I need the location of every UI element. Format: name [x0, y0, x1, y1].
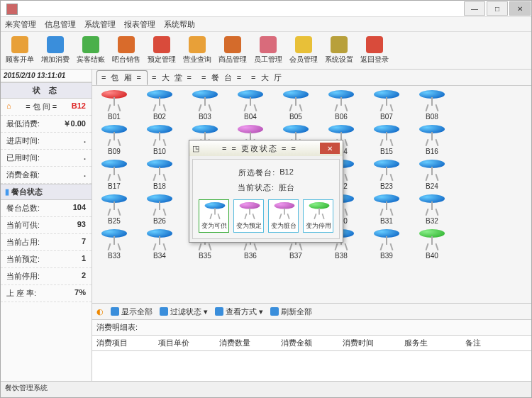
toolbar-button[interactable]: 增加消费 — [40, 36, 70, 65]
table-cell[interactable]: B06 — [325, 90, 358, 121]
tab[interactable]: = 大 堂 = — [148, 71, 197, 84]
stat-row: 当前预定:1 — [1, 251, 92, 268]
toolbar-label: 员工管理 — [254, 55, 282, 65]
minimize-button[interactable]: — — [464, 1, 485, 16]
timestamp: 2015/2/10 13:11:01 — [1, 70, 92, 82]
table-label: B39 — [380, 252, 393, 260]
grid-toolbar-button[interactable]: 刷新全部 — [270, 306, 312, 317]
statusbar: 餐饮管理系统 — [1, 381, 531, 397]
menubar: 来宾管理信息管理系统管理报表管理系统帮助 — [1, 17, 531, 32]
button-icon — [160, 307, 168, 316]
table-label: B06 — [335, 113, 348, 121]
toolbar-label: 营业查询 — [183, 55, 211, 65]
grid-toolbar-button[interactable]: 查看方式 ▾ — [215, 306, 263, 317]
table-cell[interactable]: B34 — [143, 229, 176, 260]
table-cell[interactable]: B39 — [370, 229, 403, 260]
table-cell[interactable]: B40 — [416, 229, 448, 260]
menu-item[interactable]: 系统帮助 — [164, 19, 195, 30]
table-cell[interactable]: B25 — [98, 194, 131, 225]
toolbar-button[interactable]: 会员管理 — [289, 36, 318, 65]
dialog-action-button[interactable]: 变为可供 — [199, 199, 229, 233]
dialog-titlebar[interactable]: ◳ = = 更改状态 = = ✕ — [189, 140, 343, 156]
column-header[interactable]: 消费金额 — [281, 338, 343, 348]
table-label: B32 — [426, 217, 438, 225]
maximize-button[interactable]: □ — [487, 1, 508, 16]
close-button[interactable]: ✕ — [509, 1, 531, 16]
table-cell[interactable]: B04 — [234, 90, 267, 121]
tab[interactable]: = 大 厅 — [247, 71, 287, 84]
toolbar-button[interactable]: 员工管理 — [253, 36, 283, 65]
toolbar-label: 会员管理 — [289, 55, 318, 65]
toolbar-icon — [331, 36, 348, 53]
toolbar-label: 商品管理 — [218, 55, 247, 65]
column-header[interactable]: 消费数量 — [219, 338, 281, 348]
table-cell[interactable]: B26 — [143, 194, 176, 225]
table-cell[interactable]: B33 — [98, 229, 131, 260]
change-status-dialog: ◳ = = 更改状态 = = ✕ 所选餐台:B12当前状态:脏台 变为可供变为预… — [189, 140, 343, 243]
toolbar-button[interactable]: 宾客结账 — [76, 36, 106, 65]
table-cell[interactable]: B05 — [279, 90, 312, 121]
grid-toolbar-button[interactable]: 显示全部 — [111, 306, 153, 317]
stool-icon — [274, 202, 294, 219]
column-header[interactable]: 消费项目 — [96, 338, 158, 348]
table-cell[interactable]: B32 — [416, 194, 448, 225]
toolbar-button[interactable]: 吧台销售 — [111, 36, 141, 65]
table-cell[interactable]: B24 — [416, 160, 448, 190]
column-header[interactable]: 服务生 — [404, 338, 466, 348]
titlebar: — □ ✕ — [1, 1, 531, 17]
table-cell[interactable]: B10 — [143, 125, 176, 155]
app-window: — □ ✕ 来宾管理信息管理系统管理报表管理系统帮助 顾客开单增加消费宾客结账吧… — [0, 0, 532, 398]
dialog-action-button[interactable]: 变为脏台 — [268, 199, 299, 233]
toolbar-button[interactable]: 系统设置 — [324, 36, 354, 65]
table-cell[interactable]: B03 — [189, 90, 221, 121]
tab[interactable]: = 包 厢 = — [96, 70, 148, 85]
table-cell[interactable]: B02 — [143, 90, 176, 121]
toolbar-button[interactable]: 商品管理 — [218, 36, 248, 65]
table-cell[interactable]: B08 — [416, 90, 448, 121]
dialog-close-button[interactable]: ✕ — [320, 143, 340, 154]
tab[interactable]: = 餐 台 = — [197, 71, 247, 84]
toolbar-icon — [153, 36, 170, 53]
table-label: B16 — [426, 148, 438, 155]
toolbar-button[interactable]: 营业查询 — [182, 36, 212, 65]
menu-item[interactable]: 系统管理 — [84, 19, 116, 30]
table-label: B23 — [380, 182, 393, 190]
table-cell[interactable]: B31 — [370, 194, 403, 225]
toolbar-label: 吧台销售 — [112, 55, 140, 65]
table-label: B37 — [289, 252, 302, 260]
grid-toolbar-button[interactable]: 过滤状态 ▾ — [160, 306, 208, 317]
menu-item[interactable]: 报表管理 — [124, 19, 155, 30]
table-cell[interactable]: B18 — [143, 160, 176, 190]
dialog-action-button[interactable]: 变为预定 — [233, 199, 264, 233]
toolbar-button[interactable]: 返回登录 — [360, 36, 389, 65]
info-row: 消费金额:. — [1, 167, 92, 184]
detail-columns: 消费项目项目单价消费数量消费金额消费时间服务生备注 — [92, 336, 531, 351]
column-header[interactable]: 项目单价 — [158, 338, 220, 348]
menu-item[interactable]: 信息管理 — [45, 19, 76, 30]
toolbar-button[interactable]: 预定管理 — [147, 36, 177, 65]
stool-icon — [238, 90, 263, 111]
table-label: B18 — [153, 182, 166, 190]
column-header[interactable]: 备注 — [465, 338, 527, 348]
dialog-action-button[interactable]: 变为停用 — [303, 199, 333, 233]
stool-icon — [419, 160, 445, 181]
button-icon — [270, 307, 279, 316]
toolbar-label: 系统设置 — [325, 55, 353, 65]
table-cell[interactable]: B17 — [98, 160, 131, 190]
table-cell[interactable]: B07 — [370, 90, 403, 121]
table-cell[interactable]: B23 — [370, 160, 403, 190]
stool-icon — [101, 125, 127, 146]
table-cell[interactable]: B01 — [98, 90, 131, 121]
stool-icon — [374, 229, 399, 250]
menu-item[interactable]: 来宾管理 — [5, 19, 36, 30]
toolbar-icon — [47, 36, 64, 53]
table-cell[interactable]: B15 — [370, 125, 403, 155]
toolbar-button[interactable]: 顾客开单 — [5, 36, 35, 65]
stat-row: 当前占用:7 — [1, 234, 92, 251]
info-row: 已用时间:. — [1, 150, 92, 167]
column-header[interactable]: 消费时间 — [343, 338, 404, 348]
nav-icon[interactable]: ◐ — [96, 307, 104, 316]
toolbar-icon — [224, 36, 241, 53]
table-cell[interactable]: B16 — [416, 125, 448, 155]
table-cell[interactable]: B09 — [98, 125, 131, 155]
